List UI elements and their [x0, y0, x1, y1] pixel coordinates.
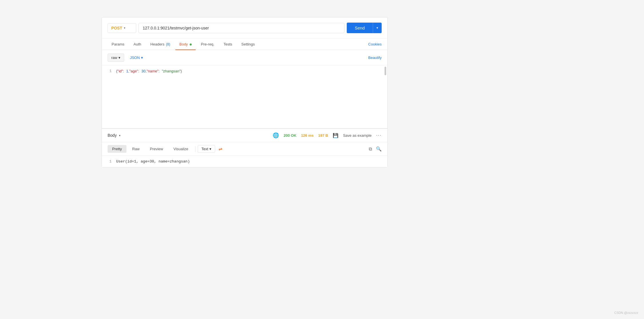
body-options-bar: raw ▾ JSON ▾ Beautify — [102, 50, 387, 66]
response-body-chevron-icon[interactable]: ▾ — [119, 134, 120, 137]
watermark: CSDN @zzzzzzz — [614, 311, 638, 314]
response-line-number-1: 1 — [102, 159, 116, 164]
response-body-label: Body — [108, 133, 117, 138]
method-label: POST — [111, 26, 122, 30]
url-input[interactable] — [138, 23, 344, 33]
status-ok: 200 OK — [284, 133, 296, 138]
code-editor[interactable]: 1 {"id": 1,"age": 30,"name": "zhangsan"} — [102, 66, 387, 128]
tab-settings[interactable]: Settings — [237, 39, 259, 50]
send-dropdown-button[interactable]: ▾ — [373, 23, 382, 33]
format-tab-raw[interactable]: Raw — [128, 145, 144, 153]
tab-body[interactable]: Body — [175, 39, 196, 50]
search-response-icon[interactable]: 🔍 — [376, 146, 382, 152]
copy-response-icon[interactable]: ⧉ — [369, 146, 372, 152]
response-header: Body ▾ 🌐 200 OK 126 ms 197 B 💾 Save as e… — [102, 129, 387, 142]
more-options-button[interactable]: ··· — [376, 133, 382, 138]
text-select-chevron-icon: ▾ — [209, 147, 211, 151]
response-code-1: User(id=1, age=30, name=zhangsan) — [116, 159, 190, 164]
postman-container: POST ▾ Send ▾ Params Auth Headers (8) Bo… — [102, 17, 388, 167]
response-format-bar: Pretty Raw Preview Visualize Text ▾ ⇌ ⧉ … — [102, 142, 387, 156]
tab-params[interactable]: Params — [108, 39, 128, 50]
body-active-dot — [190, 43, 192, 45]
wrap-lines-icon[interactable]: ⇌ — [219, 146, 222, 152]
tab-auth[interactable]: Auth — [130, 39, 145, 50]
url-bar: POST ▾ Send ▾ — [102, 17, 387, 39]
tab-tests[interactable]: Tests — [219, 39, 236, 50]
format-tab-preview[interactable]: Preview — [145, 145, 168, 153]
beautify-button[interactable]: Beautify — [368, 56, 382, 60]
text-select-group[interactable]: Text ▾ — [198, 145, 215, 153]
save-icon: 💾 — [333, 133, 338, 138]
response-line-1: 1 User(id=1, age=30, name=zhangsan) — [102, 159, 387, 164]
headers-badge: (8) — [166, 42, 170, 46]
line-number-1: 1 — [102, 69, 116, 73]
response-size: 197 B — [318, 133, 328, 138]
cookies-link[interactable]: Cookies — [368, 42, 382, 46]
json-chevron-icon: ▾ — [141, 56, 143, 60]
format-tab-pretty[interactable]: Pretty — [108, 145, 126, 153]
send-button-group: Send ▾ — [347, 23, 382, 33]
request-tabs-bar: Params Auth Headers (8) Body Pre-req. Te… — [102, 39, 387, 50]
response-status-group: 🌐 200 OK 126 ms 197 B 💾 Save as example … — [273, 132, 382, 138]
response-section: Body ▾ 🌐 200 OK 126 ms 197 B 💾 Save as e… — [102, 128, 387, 167]
globe-icon: 🌐 — [273, 132, 279, 138]
response-content: 1 User(id=1, age=30, name=zhangsan) — [102, 156, 387, 167]
tab-headers[interactable]: Headers (8) — [146, 39, 174, 50]
format-divider — [195, 146, 195, 152]
code-content-1: {"id": 1,"age": 30,"name": "zhangsan"} — [116, 69, 182, 74]
text-select-label: Text — [201, 147, 208, 151]
raw-option[interactable]: raw ▾ — [108, 54, 124, 62]
send-button[interactable]: Send — [347, 23, 373, 33]
tab-prereq[interactable]: Pre-req. — [197, 39, 218, 50]
json-select[interactable]: JSON ▾ — [126, 54, 146, 62]
response-time: 126 ms — [301, 133, 314, 138]
save-as-example-button[interactable]: Save as example — [343, 133, 372, 138]
raw-chevron-icon: ▾ — [118, 56, 120, 60]
method-chevron-icon: ▾ — [124, 26, 125, 29]
response-format-right: ⧉ 🔍 — [369, 146, 382, 152]
method-select[interactable]: POST ▾ — [108, 23, 136, 33]
editor-scrollbar[interactable] — [385, 67, 386, 75]
code-line-1: 1 {"id": 1,"age": 30,"name": "zhangsan"} — [102, 68, 387, 74]
format-tab-visualize[interactable]: Visualize — [169, 145, 193, 153]
